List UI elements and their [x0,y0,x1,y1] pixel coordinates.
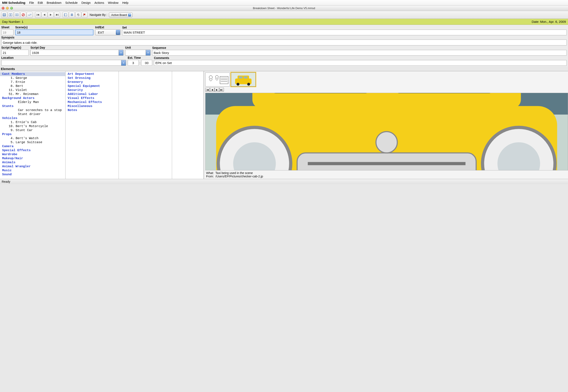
elements-column-2[interactable]: Art DepartmentSet DressingGreenerySpecia… [66,71,119,179]
menu-breakdown[interactable]: Breakdown [47,1,61,4]
element-category[interactable]: Animal Wrangler [0,165,65,168]
comments-input[interactable] [154,60,567,66]
elements-column-4[interactable] [172,71,204,179]
no-entry-button[interactable] [20,12,26,18]
element-category[interactable]: Music [0,168,65,172]
elements-column-3[interactable] [119,71,172,179]
svg-rect-17 [64,14,65,16]
element-category[interactable]: Notes [66,108,119,112]
element-item[interactable]: 9.Stunt Car [0,128,65,132]
element-item[interactable]: 7.Ernie [0,80,65,84]
element-category[interactable]: Camera [0,144,65,148]
element-category[interactable]: Props [0,132,65,136]
svg-marker-13 [50,14,52,16]
menu-schedule[interactable]: Schedule [65,1,78,4]
app-title: MM Scheduling [2,1,25,4]
nav-prev-button[interactable] [42,12,47,18]
elements-column-1[interactable]: Cast Members1.George7.Ernie8.Bert11.Viol… [0,71,66,179]
element-category[interactable]: Special Effects [0,148,65,153]
renumber-button[interactable]: ₁2³ [27,12,33,18]
image-metadata: What: Taxi being used in the scene From:… [205,170,568,179]
thumb-next-button[interactable]: ▶ [215,88,219,92]
flag-button[interactable] [82,12,87,18]
svg-rect-34 [239,76,242,78]
elements-label: Elements [0,67,568,71]
element-item[interactable]: 8.Bert [0,84,65,88]
sheet-input[interactable] [1,29,14,35]
element-category[interactable]: Special Equipment [66,84,119,88]
image-preview[interactable]: ON RADIO CALL TAXI [205,93,568,170]
thumb-prev-button[interactable]: ◀ [210,88,215,92]
element-category[interactable]: Sound [0,172,65,177]
thumbnail-2[interactable] [231,72,256,86]
view-sheet-button[interactable] [1,12,7,18]
unit-select[interactable] [125,50,151,56]
element-category[interactable]: Mechanical Effects [66,100,119,104]
thumb-first-button[interactable]: |◀ [205,88,210,92]
element-item[interactable]: 5.Large Suitcase [0,140,65,144]
layout-single-button[interactable] [63,12,69,18]
view-split-button[interactable] [14,12,20,18]
meta-what-label: What: [206,171,214,175]
scriptpages-input[interactable] [1,50,29,56]
element-category[interactable]: Stunts [0,104,65,108]
layout-list-button[interactable] [69,12,75,18]
menu-design[interactable]: Design [81,1,91,4]
element-item[interactable]: 1.Ernie's Cab [0,120,65,124]
set-input[interactable] [122,30,567,35]
element-category[interactable]: Wardrobe [0,153,65,156]
element-category[interactable]: Set Dressing [66,76,119,80]
nav-first-button[interactable] [35,12,41,18]
location-select[interactable] [1,60,126,66]
svg-point-70 [376,132,397,153]
element-item[interactable]: 4.Bert's Watch [0,136,65,140]
element-item[interactable]: 10.Bert's Motorcycle [0,124,65,128]
element-category[interactable]: Makeup/Hair [0,156,65,160]
menu-actions[interactable]: Actions [95,1,104,4]
element-category[interactable]: Art Department [66,72,119,76]
element-category[interactable]: Additional Labor [66,92,119,96]
element-item[interactable]: 51.Mr. Reineman [0,92,65,96]
link-button[interactable] [75,12,81,18]
element-category[interactable]: Miscellaneous [66,104,119,108]
nav-last-button[interactable] [54,12,60,18]
view-book-button[interactable] [8,12,14,18]
element-item[interactable]: Elderly Man [0,100,65,104]
menu-file[interactable]: File [29,1,34,4]
element-item[interactable]: Stunt driver [0,112,65,116]
element-item[interactable]: 1.George [0,76,65,80]
meta-what-value: Taxi being used in the scene [215,171,253,175]
esttime-hours-input[interactable] [128,60,139,66]
element-category[interactable]: Vehicles [0,116,65,120]
menu-help[interactable]: Help [122,1,128,4]
thumb-last-button[interactable]: ▶| [219,88,224,92]
day-bar: Day Number: 1 Date: Mon., Apr. 6, 2009 [0,19,568,25]
sequence-input[interactable] [152,50,567,56]
element-category[interactable]: Animals [0,160,65,165]
menu-edit[interactable]: Edit [38,1,43,4]
sheet-label: Sheet [1,26,14,29]
element-category[interactable]: Security [66,88,119,92]
esttime-minutes-input[interactable] [141,60,152,66]
element-item[interactable]: 11.Violet [0,88,65,92]
svg-marker-11 [37,14,39,16]
element-category[interactable]: Cast Members [0,72,65,76]
menu-window[interactable]: Window [108,1,119,4]
day-date: Date: Mon., Apr. 6, 2009 [532,20,566,24]
element-category[interactable]: Background Actors [0,96,65,100]
svg-rect-22 [206,73,229,86]
scenes-input[interactable] [15,29,93,35]
navigate-by-label: Navigate By : [90,13,107,16]
comments-label: Comments [154,56,567,60]
synopsis-input[interactable] [1,40,567,45]
scriptday-value: 1928 [32,51,39,55]
intext-select[interactable]: EXT [95,29,121,35]
element-category[interactable]: Greenery [66,80,119,84]
element-category[interactable]: Visual Effects [66,96,119,100]
element-item[interactable]: Car screeches to a stop [0,108,65,112]
nav-next-button[interactable] [48,12,54,18]
scriptday-select[interactable]: 1928 [30,50,124,56]
svg-rect-53 [269,93,372,93]
thumbnail-1[interactable] [205,72,230,86]
navigate-by-select[interactable]: Active Board [109,13,133,17]
